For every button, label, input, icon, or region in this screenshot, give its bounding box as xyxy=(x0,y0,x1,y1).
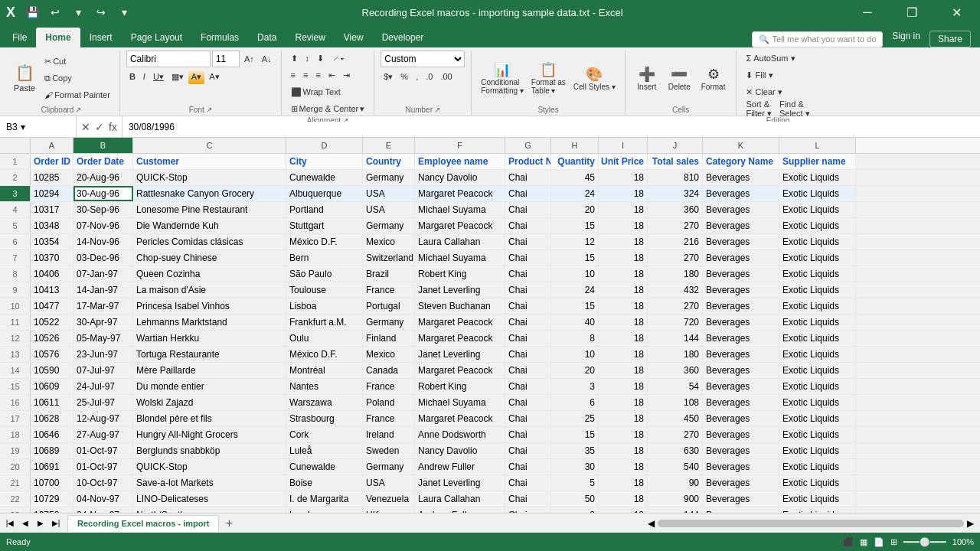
cell-l2[interactable]: Exotic Liquids xyxy=(779,170,856,185)
tab-view[interactable]: View xyxy=(335,28,373,47)
cell-l6[interactable]: Exotic Liquids xyxy=(779,234,856,249)
cell-d14[interactable]: Montréal xyxy=(286,363,363,378)
cell-d16[interactable]: Warszawa xyxy=(286,395,363,410)
text-angle-button[interactable]: ⟋▾ xyxy=(328,51,348,66)
cell-i19[interactable]: 18 xyxy=(599,443,648,458)
cell-f17[interactable]: Margaret Peacock xyxy=(415,411,505,426)
tell-me-input[interactable]: 🔍 Tell me what you want to do xyxy=(752,31,884,47)
cell-g23[interactable]: Chai xyxy=(505,507,551,513)
cell-i7[interactable]: 18 xyxy=(599,250,648,266)
cell-b6[interactable]: 14-Nov-96 xyxy=(74,234,133,249)
cell-h10[interactable]: 15 xyxy=(551,298,599,314)
align-middle-button[interactable]: ↕ xyxy=(302,51,313,66)
decrease-font-button[interactable]: A↓ xyxy=(259,51,275,67)
wrap-text-button[interactable]: ⬛ Wrap Text xyxy=(288,84,344,99)
col-header-c[interactable]: C xyxy=(133,138,286,153)
cell-b20[interactable]: 01-Oct-97 xyxy=(74,459,133,474)
row-num-14[interactable]: 14 xyxy=(0,363,31,378)
cell-d2[interactable]: Cunewalde xyxy=(286,170,363,185)
cell-e23[interactable]: UK xyxy=(363,507,415,513)
cell-c16[interactable]: Wolski Zajazd xyxy=(133,395,286,410)
cell-i10[interactable]: 18 xyxy=(599,298,648,314)
fill-button[interactable]: ⬇ Fill ▾ xyxy=(743,67,776,83)
col-header-d[interactable]: D xyxy=(286,138,363,153)
cell-g7[interactable]: Chai xyxy=(505,250,551,266)
cell-e9[interactable]: France xyxy=(363,282,415,298)
cell-l8[interactable]: Exotic Liquids xyxy=(779,266,856,282)
cell-c17[interactable]: Blondel père et fils xyxy=(133,411,286,426)
cut-button[interactable]: ✂ Cut xyxy=(41,54,113,69)
conditional-formatting-button[interactable]: 📊 ConditionalFormatting ▾ xyxy=(478,55,527,101)
cell-i23[interactable]: 18 xyxy=(599,507,648,513)
cell-f6[interactable]: Laura Callahan xyxy=(415,234,505,249)
cell-i12[interactable]: 18 xyxy=(599,331,648,346)
cell-j13[interactable]: 180 xyxy=(648,347,703,362)
name-box-dropdown-icon[interactable]: ▾ xyxy=(21,122,25,132)
cell-k4[interactable]: Beverages xyxy=(703,202,779,217)
font-size-input[interactable] xyxy=(212,51,240,67)
insert-button[interactable]: ➕ Insert xyxy=(632,55,662,101)
cell-b14[interactable]: 07-Jul-97 xyxy=(74,363,133,378)
tab-data[interactable]: Data xyxy=(248,28,286,47)
cell-g19[interactable]: Chai xyxy=(505,443,551,458)
cell-e11[interactable]: Germany xyxy=(363,315,415,330)
cell-a11[interactable]: 10522 xyxy=(31,315,74,330)
cell-f18[interactable]: Anne Dodsworth xyxy=(415,427,505,442)
cell-h3[interactable]: 24 xyxy=(551,186,599,201)
cell-a21[interactable]: 10700 xyxy=(31,475,74,491)
align-left-button[interactable]: ≡ xyxy=(288,67,299,83)
cell-h21[interactable]: 5 xyxy=(551,475,599,491)
cell-j1[interactable]: Total sales xyxy=(648,154,703,169)
cell-g18[interactable]: Chai xyxy=(505,427,551,442)
cell-c12[interactable]: Wartian Herkku xyxy=(133,331,286,346)
cell-e5[interactable]: Germany xyxy=(363,218,415,233)
cell-l16[interactable]: Exotic Liquids xyxy=(779,395,856,410)
cell-a10[interactable]: 10477 xyxy=(31,298,74,314)
accounting-format-button[interactable]: $▾ xyxy=(381,69,396,84)
cell-j17[interactable]: 450 xyxy=(648,411,703,426)
cell-d12[interactable]: Oulu xyxy=(286,331,363,346)
cell-i18[interactable]: 18 xyxy=(599,427,648,442)
decimal-increase-button[interactable]: .0 xyxy=(423,69,436,84)
cell-l23[interactable]: Exotic Liquids xyxy=(779,507,856,513)
tab-formulas[interactable]: Formulas xyxy=(191,28,248,47)
cell-a19[interactable]: 10689 xyxy=(31,443,74,458)
cell-i5[interactable]: 18 xyxy=(599,218,648,233)
cell-f1[interactable]: Employee name xyxy=(415,154,505,169)
customize-quick-access[interactable]: ▾ xyxy=(113,2,135,23)
col-header-g[interactable]: G xyxy=(505,138,551,153)
page-layout-view-button[interactable]: 📄 xyxy=(874,537,884,547)
cell-k17[interactable]: Beverages xyxy=(703,411,779,426)
row-num-9[interactable]: 9 xyxy=(0,282,31,298)
cell-a8[interactable]: 10406 xyxy=(31,266,74,282)
cell-i6[interactable]: 18 xyxy=(599,234,648,249)
cell-f23[interactable]: Andrew Fuller xyxy=(415,507,505,513)
cell-a1[interactable]: Order ID xyxy=(31,154,74,169)
sheet-scroll-right[interactable]: ▶ xyxy=(34,517,47,530)
cell-l21[interactable]: Exotic Liquids xyxy=(779,475,856,491)
cell-j22[interactable]: 900 xyxy=(648,491,703,507)
cell-l18[interactable]: Exotic Liquids xyxy=(779,427,856,442)
cell-g3[interactable]: Chai xyxy=(505,186,551,201)
cell-c13[interactable]: Tortuga Restaurante xyxy=(133,347,286,362)
cell-b8[interactable]: 07-Jan-97 xyxy=(74,266,133,282)
sheet-scroll-left[interactable]: ◀ xyxy=(18,517,32,530)
cell-a18[interactable]: 10646 xyxy=(31,427,74,442)
cell-c19[interactable]: Berglunds snabbköp xyxy=(133,443,286,458)
cell-i22[interactable]: 18 xyxy=(599,491,648,507)
tab-review[interactable]: Review xyxy=(286,28,334,47)
cell-l13[interactable]: Exotic Liquids xyxy=(779,347,856,362)
restore-button[interactable]: ❐ xyxy=(894,0,929,24)
cell-i2[interactable]: 18 xyxy=(599,170,648,185)
cell-c11[interactable]: Lehmanns Marktstand xyxy=(133,315,286,330)
cell-j12[interactable]: 144 xyxy=(648,331,703,346)
cell-g15[interactable]: Chai xyxy=(505,379,551,394)
cell-g2[interactable]: Chai xyxy=(505,170,551,185)
cell-c18[interactable]: Hungry All-Night Grocers xyxy=(133,427,286,442)
cell-a4[interactable]: 10317 xyxy=(31,202,74,217)
cell-i14[interactable]: 18 xyxy=(599,363,648,378)
cell-c21[interactable]: Save-a-lot Markets xyxy=(133,475,286,491)
cell-d11[interactable]: Frankfurt a.M. xyxy=(286,315,363,330)
cell-a5[interactable]: 10348 xyxy=(31,218,74,233)
cell-h12[interactable]: 8 xyxy=(551,331,599,346)
